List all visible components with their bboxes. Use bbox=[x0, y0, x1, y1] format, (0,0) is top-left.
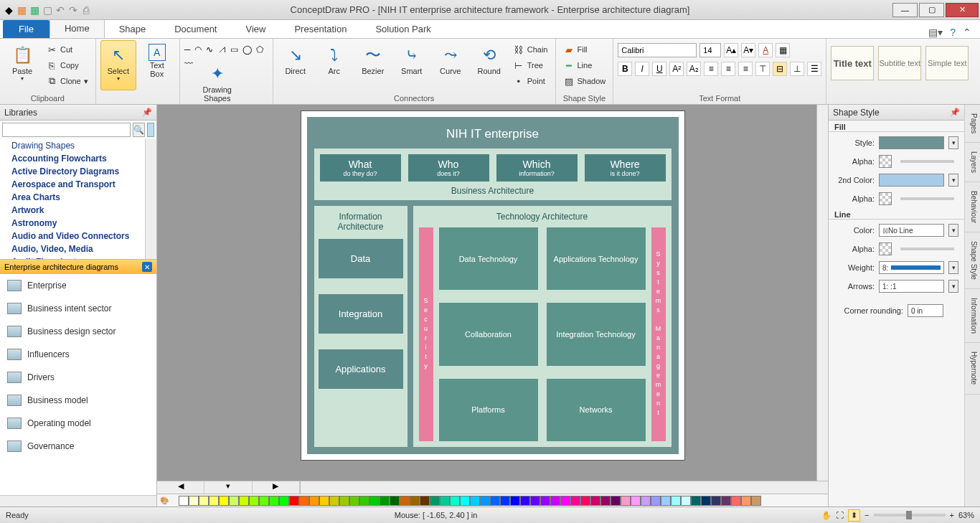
minimize-button[interactable]: — bbox=[892, 3, 918, 17]
shape-item[interactable]: Enterprise bbox=[0, 274, 156, 297]
systems-mgmt-pillar[interactable]: Systems Management bbox=[651, 227, 666, 441]
canvas[interactable]: NIH IT enterprise Whatdo they do? Whodoe… bbox=[157, 105, 828, 481]
palette-swatch[interactable] bbox=[570, 496, 580, 506]
ta-cell[interactable]: Data Technology bbox=[439, 227, 538, 290]
hand-tool-icon[interactable]: ✋ bbox=[821, 511, 831, 520]
palette-swatch[interactable] bbox=[460, 496, 470, 506]
tree-button[interactable]: ⊢Tree bbox=[510, 58, 551, 72]
palette-swatch[interactable] bbox=[219, 496, 229, 506]
shape-item[interactable]: Influencers bbox=[0, 343, 156, 366]
library-tree[interactable]: Drawing Shapes Accounting Flowcharts Act… bbox=[0, 139, 156, 260]
file-tab[interactable]: File bbox=[3, 20, 50, 38]
shape-item[interactable]: Drivers bbox=[0, 366, 156, 389]
line-tool-icon[interactable]: ─ bbox=[184, 44, 191, 55]
qa-redo-icon[interactable]: ↷ bbox=[67, 4, 79, 16]
palette-swatch[interactable] bbox=[691, 496, 701, 506]
spline-tool-icon[interactable]: ∿ bbox=[206, 44, 213, 55]
zoom-in-button[interactable]: + bbox=[950, 511, 954, 519]
lib-item[interactable]: Drawing Shapes bbox=[0, 139, 156, 152]
dd-icon[interactable]: ▾ bbox=[948, 261, 958, 274]
italic-button[interactable]: I bbox=[635, 62, 649, 76]
palette-swatch[interactable] bbox=[179, 496, 189, 506]
ta-cell[interactable]: Platforms bbox=[439, 379, 538, 441]
increase-font-button[interactable]: A▴ bbox=[724, 43, 738, 57]
ia-cell[interactable]: Integration bbox=[319, 294, 403, 334]
palette-swatch[interactable] bbox=[229, 496, 239, 506]
pin-icon[interactable]: 📌 bbox=[142, 108, 152, 117]
font-color-button[interactable]: A bbox=[758, 43, 773, 57]
arc-button[interactable]: ⤵Arc bbox=[316, 40, 352, 90]
align-top-button[interactable]: ⊤ bbox=[755, 62, 770, 76]
clone-button[interactable]: ⧉Clone ▾ bbox=[43, 74, 91, 88]
palette-swatch[interactable] bbox=[440, 496, 450, 506]
select-button[interactable]: ↖Select▾ bbox=[100, 40, 136, 90]
ia-cell[interactable]: Data bbox=[319, 239, 403, 278]
help-icon[interactable]: ? bbox=[950, 27, 956, 38]
ellipse-tool-icon[interactable]: ◯ bbox=[242, 44, 252, 55]
category-header[interactable]: Enterprise architecture diagrams✕ bbox=[0, 260, 156, 274]
qa-print-icon[interactable]: ⎙ bbox=[80, 4, 92, 16]
palette-swatch[interactable] bbox=[249, 496, 259, 506]
palette-swatch[interactable] bbox=[550, 496, 560, 506]
ba-cell[interactable]: Whatdo they do? bbox=[320, 154, 401, 182]
line-weight-combo[interactable]: 8: bbox=[879, 261, 944, 274]
close-category-icon[interactable]: ✕ bbox=[142, 262, 152, 272]
page-next[interactable]: ▶ bbox=[253, 481, 300, 494]
shape-item[interactable]: Business intent sector bbox=[0, 297, 156, 320]
side-tab-behaviour[interactable]: Behaviour bbox=[965, 182, 980, 232]
fit-width-icon[interactable]: ⬍ bbox=[848, 509, 860, 522]
library-search-input[interactable] bbox=[2, 123, 131, 137]
rect-tool-icon[interactable]: ▭ bbox=[230, 44, 238, 55]
second-color-combo[interactable] bbox=[879, 174, 944, 187]
close-button[interactable]: ✕ bbox=[946, 3, 979, 17]
palette-swatch[interactable] bbox=[359, 496, 369, 506]
style-subtitle[interactable]: Subtitle text bbox=[878, 46, 921, 80]
palette-swatch[interactable] bbox=[189, 496, 199, 506]
decrease-font-button[interactable]: A▾ bbox=[741, 43, 755, 57]
tab-document[interactable]: Document bbox=[160, 20, 231, 38]
maximize-button[interactable]: ▢ bbox=[919, 3, 944, 17]
lib-item[interactable]: Audio, Video, Media bbox=[0, 242, 156, 255]
dd-icon[interactable]: ▾ bbox=[948, 224, 958, 237]
pin-icon[interactable]: 📌 bbox=[950, 108, 960, 117]
align-middle-button[interactable]: ⊟ bbox=[773, 62, 787, 76]
page-sel[interactable]: ▾ bbox=[204, 481, 252, 494]
side-tab-information[interactable]: Information bbox=[965, 289, 980, 343]
lib-item[interactable]: Accounting Flowcharts bbox=[0, 152, 156, 165]
palette-swatch[interactable] bbox=[269, 496, 279, 506]
palette-swatch[interactable] bbox=[641, 496, 651, 506]
align-right-button[interactable]: ≡ bbox=[738, 62, 753, 76]
clipboard-icon[interactable]: ▤▾ bbox=[928, 27, 943, 38]
lib-item[interactable]: Audio and Video Connectors bbox=[0, 230, 156, 242]
polyline-tool-icon[interactable]: ⩘ bbox=[217, 44, 226, 55]
ba-cell[interactable]: Whichinformation? bbox=[496, 154, 578, 182]
palette-swatch[interactable] bbox=[279, 496, 289, 506]
palette-swatch[interactable] bbox=[490, 496, 500, 506]
palette-swatch[interactable] bbox=[751, 496, 761, 506]
shape-item[interactable]: Business model bbox=[0, 389, 156, 412]
round-button[interactable]: ⟲Round bbox=[471, 40, 507, 90]
security-pillar[interactable]: Security bbox=[419, 227, 433, 441]
superscript-button[interactable]: A² bbox=[669, 62, 684, 76]
line-color-combo[interactable]: ⊠ No Line bbox=[879, 224, 944, 237]
shape-item[interactable]: Operating model bbox=[0, 412, 156, 435]
palette-swatch[interactable] bbox=[731, 496, 741, 506]
palette-swatch[interactable] bbox=[600, 496, 611, 506]
left-hscroll[interactable] bbox=[0, 495, 156, 506]
palette-swatch[interactable] bbox=[590, 496, 600, 506]
palette-swatch[interactable] bbox=[450, 496, 460, 506]
cut-button[interactable]: ✂Cut bbox=[43, 42, 91, 57]
palette-swatch[interactable] bbox=[540, 496, 550, 506]
bezier-tool-icon[interactable]: 〰 bbox=[184, 59, 193, 69]
subscript-button[interactable]: A₂ bbox=[687, 62, 701, 76]
collapse-ribbon-icon[interactable]: ⌃ bbox=[963, 27, 971, 38]
bezier-button[interactable]: 〜Bezier bbox=[355, 40, 391, 90]
side-tab-shape-style[interactable]: Shape Style bbox=[965, 232, 980, 289]
palette-swatch[interactable] bbox=[239, 496, 249, 506]
palette-swatch[interactable] bbox=[349, 496, 359, 506]
palette-swatch[interactable] bbox=[621, 496, 631, 506]
palette-swatch[interactable] bbox=[741, 496, 751, 506]
palette-swatch[interactable] bbox=[500, 496, 510, 506]
palette-swatch[interactable] bbox=[319, 496, 329, 506]
palette-swatch[interactable] bbox=[520, 496, 530, 506]
